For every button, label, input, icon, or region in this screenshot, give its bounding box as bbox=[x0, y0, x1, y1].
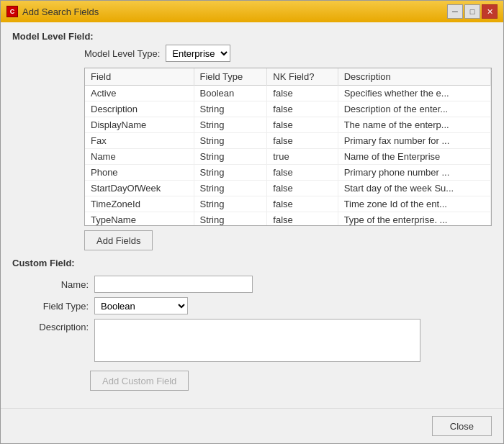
table-cell: Name bbox=[85, 149, 194, 165]
table-cell: String bbox=[194, 212, 267, 227]
table-cell: Active bbox=[85, 86, 194, 101]
name-label: Name: bbox=[24, 279, 89, 290]
table-cell: Phone bbox=[85, 165, 194, 181]
table-cell: String bbox=[194, 181, 267, 196]
custom-field-section: Custom Field: Name: Field Type: Boolean … bbox=[12, 258, 492, 391]
close-button[interactable]: Close bbox=[432, 416, 492, 436]
table-cell: Description bbox=[85, 101, 194, 117]
name-input[interactable] bbox=[94, 276, 253, 293]
table-cell: false bbox=[267, 181, 338, 196]
col-header-fieldtype: Field Type bbox=[194, 68, 267, 86]
table-cell: false bbox=[267, 117, 338, 133]
table-cell: TypeName bbox=[85, 212, 194, 227]
table-row[interactable]: TypeNameStringfalseType of the enterpris… bbox=[85, 212, 491, 227]
table-cell: Start day of the week Su... bbox=[338, 181, 490, 196]
add-custom-field-button[interactable]: Add Custom Field bbox=[90, 371, 189, 391]
footer: Close bbox=[1, 408, 503, 443]
table-row[interactable]: FaxStringfalsePrimary fax number for ... bbox=[85, 133, 491, 149]
table-cell: String bbox=[194, 117, 267, 133]
table-cell: String bbox=[194, 133, 267, 149]
table-cell: Time zone Id of the ent... bbox=[338, 196, 490, 212]
col-header-field: Field bbox=[85, 68, 194, 86]
add-custom-row: Add Custom Field bbox=[90, 371, 492, 391]
field-type-label: Field Type: bbox=[24, 301, 89, 312]
table-cell: StartDayOfWeek bbox=[85, 181, 194, 196]
window-close-button[interactable]: ✕ bbox=[482, 4, 498, 19]
table-cell: false bbox=[267, 133, 338, 149]
table-cell: Specifies whether the e... bbox=[338, 86, 490, 101]
name-row: Name: bbox=[24, 276, 492, 293]
table-cell: Type of the enterprise. ... bbox=[338, 212, 490, 227]
app-icon: C bbox=[6, 6, 18, 17]
window-controls: ─ □ ✕ bbox=[447, 4, 498, 19]
col-header-description: Description bbox=[338, 68, 490, 86]
table-cell: false bbox=[267, 196, 338, 212]
maximize-button[interactable]: □ bbox=[464, 4, 480, 19]
window-title: Add Search Fields bbox=[22, 6, 99, 17]
field-type-row: Field Type: Boolean String Integer Date … bbox=[24, 297, 492, 314]
table-cell: DisplayName bbox=[85, 117, 194, 133]
field-type-select[interactable]: Boolean String Integer Date Float bbox=[94, 297, 188, 314]
minimize-button[interactable]: ─ bbox=[447, 4, 463, 19]
table-cell: String bbox=[194, 101, 267, 117]
table-cell: Name of the Enterprise bbox=[338, 149, 490, 165]
description-row: Description: bbox=[24, 319, 492, 362]
fields-table-container: Field Field Type NK Field? Description A… bbox=[84, 68, 492, 226]
table-cell: Description of the enter... bbox=[338, 101, 490, 117]
table-row[interactable]: NameStringtrueName of the Enterprise bbox=[85, 149, 491, 165]
title-bar-left: C Add Search Fields bbox=[6, 6, 99, 17]
description-textarea[interactable] bbox=[94, 319, 420, 362]
model-type-label: Model Level Type: bbox=[84, 48, 160, 59]
main-window: C Add Search Fields ─ □ ✕ Model Level Fi… bbox=[0, 0, 504, 444]
add-fields-button[interactable]: Add Fields bbox=[84, 230, 153, 250]
table-cell: The name of the enterp... bbox=[338, 117, 490, 133]
table-cell: TimeZoneId bbox=[85, 196, 194, 212]
add-fields-row: Add Fields bbox=[84, 230, 492, 250]
model-type-select[interactable]: Enterprise Department Team bbox=[166, 45, 230, 62]
table-row[interactable]: PhoneStringfalsePrimary phone number ... bbox=[85, 165, 491, 181]
table-cell: true bbox=[267, 149, 338, 165]
table-header-row: Field Field Type NK Field? Description bbox=[85, 68, 491, 86]
table-cell: false bbox=[267, 212, 338, 227]
content-area: Model Level Field: Model Level Type: Ent… bbox=[1, 22, 503, 408]
table-cell: String bbox=[194, 165, 267, 181]
table-cell: false bbox=[267, 101, 338, 117]
table-row[interactable]: DescriptionStringfalseDescription of the… bbox=[85, 101, 491, 117]
table-row[interactable]: ActiveBooleanfalseSpecifies whether the … bbox=[85, 86, 491, 101]
table-cell: false bbox=[267, 165, 338, 181]
table-row[interactable]: StartDayOfWeekStringfalseStart day of th… bbox=[85, 181, 491, 196]
model-level-section: Model Level Field: Model Level Type: Ent… bbox=[12, 31, 492, 250]
table-cell: Primary fax number for ... bbox=[338, 133, 490, 149]
fields-table: Field Field Type NK Field? Description A… bbox=[85, 68, 491, 226]
table-cell: String bbox=[194, 196, 267, 212]
table-cell: Fax bbox=[85, 133, 194, 149]
col-header-nkfield: NK Field? bbox=[267, 68, 338, 86]
custom-field-label: Custom Field: bbox=[12, 258, 492, 268]
title-bar: C Add Search Fields ─ □ ✕ bbox=[1, 1, 503, 22]
table-cell: Boolean bbox=[194, 86, 267, 101]
table-row[interactable]: TimeZoneIdStringfalseTime zone Id of the… bbox=[85, 196, 491, 212]
table-row[interactable]: DisplayNameStringfalseThe name of the en… bbox=[85, 117, 491, 133]
table-cell: false bbox=[267, 86, 338, 101]
model-level-label: Model Level Field: bbox=[12, 31, 492, 42]
table-cell: String bbox=[194, 149, 267, 165]
model-type-row: Model Level Type: Enterprise Department … bbox=[84, 45, 492, 62]
description-label: Description: bbox=[24, 319, 89, 332]
table-cell: Primary phone number ... bbox=[338, 165, 490, 181]
